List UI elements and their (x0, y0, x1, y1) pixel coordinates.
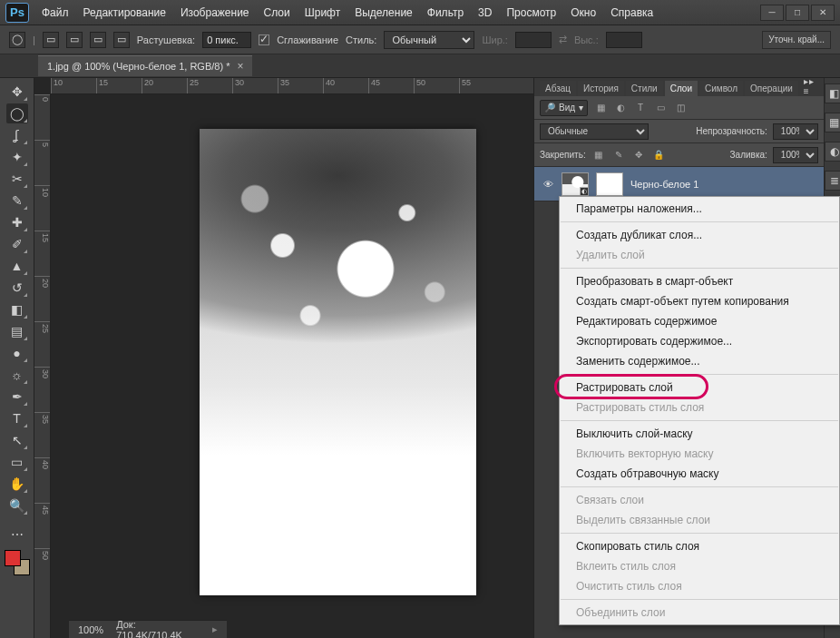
lock-label: Закрепить: (540, 150, 586, 160)
context-menu-item[interactable]: Экспортировать содержимое... (560, 331, 839, 351)
menu-file[interactable]: Файл (36, 5, 74, 21)
selection-new-icon[interactable]: ▭ (43, 32, 59, 48)
layer-thumbnail[interactable]: ◐ (562, 172, 589, 196)
healing-tool[interactable]: ✚ (6, 212, 28, 232)
opacity-input[interactable]: 100% (773, 123, 818, 140)
eyedropper-tool[interactable]: ✎ (6, 191, 28, 211)
lock-move-icon[interactable]: ✥ (631, 148, 646, 162)
fill-input[interactable]: 100% (773, 147, 818, 163)
layer-search[interactable]: 🔎 Вид ▾ (540, 100, 588, 116)
color-panel-icon[interactable]: ◧ (825, 83, 840, 103)
foreground-color-swatch[interactable] (5, 550, 21, 566)
context-menu-separator (561, 420, 838, 421)
path-select-tool[interactable]: ↖ (6, 430, 28, 450)
minimize-button[interactable]: ─ (760, 5, 784, 21)
titlebar: Ps Файл Редактирование Изображение Слои … (0, 0, 840, 25)
menu-view[interactable]: Просмотр (501, 5, 562, 21)
document-tab[interactable]: 1.jpg @ 100% (Черно-белое 1, RGB/8) * × (38, 55, 252, 76)
lock-position-icon[interactable]: ✎ (611, 148, 626, 162)
filter-shape-icon[interactable]: ▭ (653, 101, 668, 115)
adjustments-panel-icon[interactable]: ◐ (825, 142, 840, 162)
refine-edge-button[interactable]: Уточн. край... (762, 31, 831, 49)
context-menu-item[interactable]: Растрировать слой (560, 378, 839, 398)
stamp-tool[interactable]: ▲ (6, 256, 28, 276)
menu-help[interactable]: Справка (605, 5, 659, 21)
quick-select-tool[interactable]: ✦ (6, 147, 28, 167)
tool-preset-icon[interactable]: ◯ (9, 32, 25, 48)
context-menu-item[interactable]: Создать обтравочную маску (560, 464, 839, 484)
color-swatches[interactable] (5, 550, 30, 575)
gradient-tool[interactable]: ▤ (6, 321, 28, 341)
layers-panel-icon[interactable]: ≣ (825, 171, 840, 191)
close-button[interactable]: ✕ (811, 5, 835, 21)
brush-tool[interactable]: ✐ (6, 234, 28, 254)
edit-toolbar-icon[interactable]: ⋯ (6, 525, 28, 545)
eraser-tool[interactable]: ◧ (6, 299, 28, 319)
lock-all-icon[interactable]: 🔒 (651, 148, 666, 162)
blur-tool[interactable]: ● (6, 343, 28, 363)
marquee-tool[interactable]: ◯ (6, 103, 28, 123)
menu-3d[interactable]: 3D (473, 5, 497, 21)
context-menu-item: Включить векторную маску (560, 444, 839, 464)
menu-type[interactable]: Шрифт (299, 5, 346, 21)
menu-layer[interactable]: Слои (259, 5, 296, 21)
layer-mask-thumbnail[interactable] (596, 172, 623, 196)
tab-character[interactable]: Символ (699, 81, 743, 96)
crop-tool[interactable]: ✂ (6, 169, 28, 189)
history-brush-tool[interactable]: ↺ (6, 278, 28, 298)
tab-styles[interactable]: Стили (626, 81, 663, 96)
context-menu-item[interactable]: Выключить слой-маску (560, 424, 839, 444)
move-tool[interactable]: ✥ (6, 82, 28, 102)
filter-type-icon[interactable]: T (633, 101, 648, 115)
filter-pixel-icon[interactable]: ▦ (593, 101, 608, 115)
context-menu-item[interactable]: Преобразовать в смарт-объект (560, 271, 839, 291)
context-menu-item[interactable]: Создать смарт-объект путем копирования (560, 291, 839, 311)
filter-adjust-icon[interactable]: ◐ (613, 101, 628, 115)
height-input (606, 32, 642, 48)
context-menu-separator (561, 374, 838, 375)
context-menu-item[interactable]: Параметры наложения... (560, 199, 839, 219)
lasso-tool[interactable]: ʆ (6, 125, 28, 145)
zoom-level[interactable]: 100% (78, 624, 103, 635)
context-menu-item[interactable]: Скопировать стиль слоя (560, 536, 839, 556)
context-menu-separator (561, 486, 838, 487)
blend-mode-select[interactable]: Обычные (540, 123, 649, 140)
filter-smart-icon[interactable]: ◫ (673, 101, 688, 115)
document-tab-title: 1.jpg @ 100% (Черно-белое 1, RGB/8) * (47, 61, 230, 72)
layer-name-label[interactable]: Черно-белое 1 (630, 179, 698, 190)
selection-add-icon[interactable]: ▭ (66, 32, 83, 48)
context-menu-item[interactable]: Заменить содержимое... (560, 351, 839, 371)
pen-tool[interactable]: ✒ (6, 387, 28, 407)
tab-paragraph[interactable]: Абзац (540, 81, 576, 96)
swatches-panel-icon[interactable]: ▦ (825, 113, 840, 133)
canvas-area[interactable]: 10152025303540455055 0510152025303540455… (34, 78, 533, 638)
menu-filter[interactable]: Фильтр (422, 5, 469, 21)
selection-intersect-icon[interactable]: ▭ (113, 32, 130, 48)
tab-history[interactable]: История (578, 81, 624, 96)
type-tool[interactable]: T (6, 408, 28, 428)
selection-subtract-icon[interactable]: ▭ (90, 32, 106, 48)
document-canvas[interactable] (200, 129, 476, 595)
menu-image[interactable]: Изображение (175, 5, 255, 21)
maximize-button[interactable]: □ (786, 5, 809, 21)
close-tab-icon[interactable]: × (237, 60, 243, 73)
style-label: Стиль: (346, 34, 376, 45)
lock-pixels-icon[interactable]: ▦ (591, 148, 606, 162)
antialias-checkbox[interactable] (259, 34, 269, 45)
window-controls: ─ □ ✕ (760, 5, 835, 21)
style-select[interactable]: Обычный (384, 31, 474, 49)
zoom-tool[interactable]: 🔍 (6, 496, 28, 515)
panel-more-icon[interactable]: ▸▸ ≡ (800, 76, 818, 96)
hand-tool[interactable]: ✋ (6, 474, 28, 494)
dodge-tool[interactable]: ☼ (6, 365, 28, 385)
feather-input[interactable] (202, 32, 251, 48)
tab-actions[interactable]: Операции (745, 81, 798, 96)
tab-layers[interactable]: Слои (665, 81, 698, 96)
visibility-toggle-icon[interactable]: 👁 (542, 179, 554, 190)
menu-window[interactable]: Окно (565, 5, 601, 21)
context-menu-item[interactable]: Редактировать содержимое (560, 311, 839, 331)
menu-edit[interactable]: Редактирование (78, 5, 171, 21)
menu-select[interactable]: Выделение (349, 5, 418, 21)
context-menu-item[interactable]: Создать дубликат слоя... (560, 225, 839, 245)
shape-tool[interactable]: ▭ (6, 452, 28, 472)
